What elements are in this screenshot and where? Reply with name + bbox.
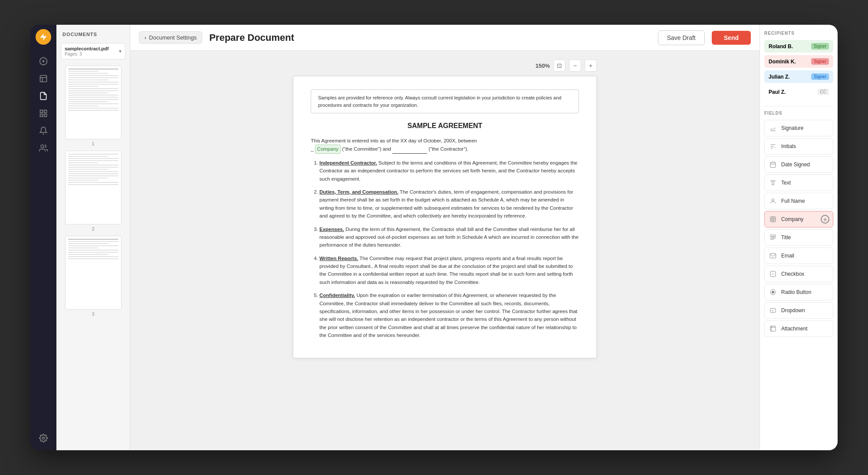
checkbox-icon [768,269,778,279]
field-radio-button[interactable]: Radio Button [764,284,833,300]
svg-rect-1 [40,110,43,113]
back-chevron-icon: ‹ [145,34,146,41]
documents-panel: DOCUMENTS samplecontract.pdf Pages: 3 ▾ [56,25,130,450]
nav-contacts[interactable] [36,140,51,156]
section-1-heading: Independent Contractor. [319,160,377,165]
recipient-dominik[interactable]: Dominik K. Signer [764,55,833,68]
doc-thumb-num-1: 1 [92,141,94,146]
section-1: Independent Contractor. Subject to the t… [319,159,579,183]
nav-settings[interactable] [36,430,51,446]
doc-thumb-num-3: 3 [92,311,94,317]
svg-rect-15 [770,308,776,312]
zoom-fit-button[interactable]: ⊡ [553,59,566,72]
recipient-roland-name: Roland B. [769,43,793,49]
full-name-icon [768,196,778,206]
field-full-name[interactable]: Full Name [764,193,833,209]
zoom-bar: 150% ⊡ − + [293,59,597,72]
recipient-roland-badge: Signer [811,43,829,49]
nav-documents[interactable] [36,88,51,104]
field-date-signed[interactable]: Date Signed [764,156,833,173]
initials-icon [768,142,778,151]
doc-file-item[interactable]: samplecontract.pdf Pages: 3 ▾ [61,43,125,59]
field-signature[interactable]: Signature [764,120,833,136]
section-5-heading: Confidentiality. [319,293,355,298]
main-area: ‹ Document Settings Prepare Document Sav… [130,25,760,450]
recipient-julian-badge: Signer [811,73,829,80]
doc-main-title: SAMPLE AGREEMENT [311,122,579,130]
right-panel: RECIPIENTS Roland B. Signer Dominik K. S… [760,25,838,450]
title-icon [768,233,778,242]
section-4-heading: Written Reports. [319,256,358,261]
field-text-label: Text [781,180,791,186]
doc-intro-text: This Agreement is entered into as of the… [311,138,477,143]
field-email[interactable]: Email [764,247,833,264]
zoom-in-button[interactable]: + [585,59,597,72]
back-button[interactable]: ‹ Document Settings [139,31,202,44]
svg-point-5 [41,145,44,148]
svg-point-6 [43,437,45,439]
doc-thumb-2[interactable]: 2 [61,151,125,231]
field-full-name-label: Full Name [781,198,805,204]
recipient-paul[interactable]: Paul Z. CC [764,86,833,98]
nav-dashboard[interactable] [36,53,51,69]
section-3: Expenses. During the term of this Agreem… [319,225,579,249]
recipient-julian[interactable]: Julian Z. Signer [764,70,833,83]
section-3-heading: Expenses. [319,227,344,232]
section-3-text: During the term of this Agreement, the C… [319,227,579,248]
section-5: Confidentiality. Upon the expiration or … [319,291,579,339]
doc-sections-list: Independent Contractor. Subject to the t… [311,159,579,340]
text-icon [768,178,778,188]
nav-notifications[interactable] [36,123,51,139]
doc-dropdown-icon[interactable]: ▾ [119,48,122,54]
field-attachment[interactable]: Attachment [764,320,833,337]
doc-thumb-1[interactable]: 1 [61,66,125,146]
svg-rect-10 [770,235,776,236]
svg-point-14 [772,291,774,293]
logo-button[interactable] [36,29,51,45]
doc-intro-dash: _ [311,146,315,152]
doc-viewer: 150% ⊡ − + Samples are provided for refe… [130,51,760,450]
svg-rect-2 [44,110,47,113]
documents-section-title: DOCUMENTS [61,32,125,37]
nav-templates[interactable] [36,106,51,121]
field-initials[interactable]: Initials [764,138,833,155]
doc-file-name: samplecontract.pdf [65,46,119,51]
field-checkbox[interactable]: Checkbox [764,266,833,282]
field-initials-label: Initials [781,143,796,149]
doc-thumb-img-3 [65,236,122,310]
zoom-level: 150% [536,63,550,69]
recipient-roland[interactable]: Roland B. Signer [764,40,833,53]
signature-icon [768,123,778,133]
field-radio-button-label: Radio Button [781,289,811,295]
company-field-highlight[interactable]: Company [315,145,341,153]
recipient-dominik-badge: Signer [811,58,829,65]
svg-rect-16 [770,326,776,331]
save-draft-button[interactable]: Save Draft [658,30,705,45]
field-company[interactable]: Company ⊕ [764,211,833,228]
doc-thumb-img-2 [65,151,122,224]
doc-thumb-num-2: 2 [92,226,94,231]
doc-intro: This Agreement is entered into as of the… [311,137,579,154]
doc-body: This Agreement is entered into as of the… [311,137,579,340]
zoom-out-button[interactable]: − [569,59,581,72]
doc-thumb-3[interactable]: 3 [61,236,125,317]
field-title[interactable]: Title [764,229,833,246]
date-signed-icon [768,160,778,169]
email-icon [768,251,778,261]
page-title: Prepare Document [209,32,651,43]
recipient-dominik-name: Dominik K. [769,59,796,65]
field-dropdown[interactable]: Dropdown [764,302,833,319]
svg-point-8 [772,199,774,201]
field-attachment-label: Attachment [781,326,808,332]
left-sidebar [30,25,56,450]
company-icon [768,214,778,224]
doc-file-pages: Pages: 3 [65,52,119,56]
notice-box: Samples are provided for reference only.… [311,89,579,113]
send-button[interactable]: Send [712,31,751,45]
field-text[interactable]: Text [764,175,833,191]
radio-button-icon [768,287,778,297]
section-2-heading: Duties, Term, and Compensation. [319,189,398,195]
nav-analytics[interactable] [36,71,51,86]
svg-rect-3 [40,114,43,117]
field-date-signed-label: Date Signed [781,162,810,168]
